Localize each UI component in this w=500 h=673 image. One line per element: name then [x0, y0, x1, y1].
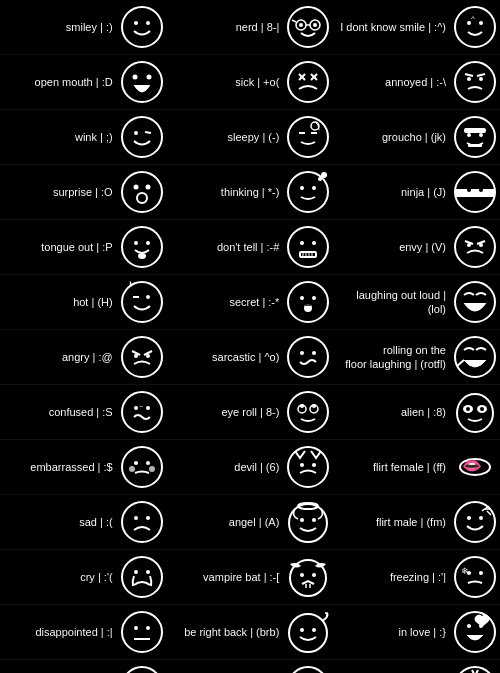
- emoji-label: I dont know smile | :^): [337, 20, 450, 34]
- emoji-label: wink | ;): [4, 130, 117, 144]
- svg-point-96: [312, 404, 316, 408]
- emoji-face: [454, 61, 496, 103]
- emoji-face: [454, 391, 496, 433]
- svg-line-29: [145, 132, 151, 133]
- svg-point-56: [288, 227, 328, 267]
- svg-point-45: [312, 186, 316, 190]
- svg-point-90: [146, 406, 150, 410]
- emoji-cell: thinking | *-): [167, 165, 334, 220]
- svg-point-83: [288, 337, 328, 377]
- svg-point-78: [122, 337, 162, 377]
- svg-point-50: [467, 188, 471, 192]
- emoji-label: vampire bat | :-[: [171, 570, 284, 584]
- emoji-cell: wink | ;): [0, 110, 167, 165]
- emoji-cell: be right back | (brb): [167, 605, 334, 660]
- emoji-face: [287, 501, 329, 543]
- emoji-label: surprise | :O: [4, 185, 117, 199]
- emoji-cell: in love | :}: [333, 605, 500, 660]
- svg-point-138: [134, 626, 138, 630]
- emoji-face: [287, 666, 329, 673]
- svg-point-121: [479, 516, 483, 520]
- emoji-cell: who me? | (wm): [333, 660, 500, 673]
- svg-point-41: [145, 185, 150, 190]
- emoji-label: rolling on the floor laughing | (rotfl): [337, 343, 450, 372]
- svg-line-87: [457, 360, 464, 366]
- emoji-cell: flirt female | (ff) 👄: [333, 440, 500, 495]
- emoji-cell: cry | :'(: [0, 550, 167, 605]
- emoji-cell: embarrassed | :$: [0, 440, 167, 495]
- emoji-label: sick | +o(: [171, 75, 284, 89]
- emoji-cell: ninja | (J): [333, 165, 500, 220]
- emoji-face: [121, 336, 163, 378]
- emoji-face: [454, 116, 496, 158]
- svg-point-116: [300, 518, 304, 522]
- emoji-label: cry | :'(: [4, 570, 117, 584]
- emoji-cell: open mouth | :D: [0, 55, 167, 110]
- svg-line-9: [292, 20, 296, 22]
- emoji-cell: tongue out | :P: [0, 220, 167, 275]
- svg-point-1: [134, 21, 138, 25]
- emoji-face: [287, 61, 329, 103]
- svg-point-103: [134, 461, 138, 465]
- emoji-cell: alien | :8): [333, 385, 500, 440]
- emoji-cell: shifty | ;-\: [167, 660, 334, 673]
- emoji-cell: angel | (A): [167, 495, 334, 550]
- svg-point-72: [288, 282, 328, 322]
- emoji-label: angel | (A): [171, 515, 284, 529]
- emoji-cell: vampire bat | :-[: [167, 550, 334, 605]
- emoji-face: 👄: [454, 446, 496, 488]
- svg-point-43: [288, 172, 328, 212]
- svg-point-106: [149, 466, 155, 472]
- emoji-cell: sarcastic | ^o): [167, 330, 334, 385]
- emoji-label: alien | :8): [337, 405, 450, 419]
- svg-point-40: [133, 185, 138, 190]
- svg-point-101: [480, 407, 484, 411]
- emoji-face: [454, 336, 496, 378]
- svg-point-7: [299, 23, 303, 27]
- emoji-cell: secret | :-*: [167, 275, 334, 330]
- svg-point-10: [455, 7, 495, 47]
- svg-point-147: [122, 667, 162, 673]
- svg-point-130: [312, 573, 316, 577]
- svg-point-74: [312, 296, 316, 300]
- emoji-label: devil | (6): [171, 460, 284, 474]
- svg-point-89: [134, 406, 138, 410]
- emoji-face: [121, 171, 163, 213]
- emoji-face: [454, 666, 496, 673]
- svg-line-25: [465, 74, 473, 76]
- emoji-label: ninja | (J): [337, 185, 450, 199]
- emoji-label: disappointed | :|: [4, 625, 117, 639]
- emoji-label: secret | :-*: [171, 295, 284, 309]
- svg-rect-38: [468, 144, 482, 147]
- emoji-label: nerd | 8-|: [171, 20, 284, 34]
- svg-point-125: [122, 557, 162, 597]
- emoji-cell: confused | :S ~: [0, 385, 167, 440]
- svg-point-42: [137, 193, 147, 203]
- svg-point-107: [288, 447, 328, 487]
- emoji-cell: flirt male | (fm): [333, 495, 500, 550]
- emoji-label: sarcastic | ^o): [171, 350, 284, 364]
- svg-point-129: [300, 573, 304, 577]
- emoji-cell: laughing out loud | (lol): [333, 275, 500, 330]
- emoji-label: sleepy | (-): [171, 130, 284, 144]
- emoji-face: [454, 611, 496, 653]
- emoji-label: confused | :S: [4, 405, 117, 419]
- svg-point-100: [466, 407, 470, 411]
- svg-point-102: [122, 447, 162, 487]
- svg-point-85: [312, 351, 316, 355]
- emoji-cell: devil | (6): [167, 440, 334, 495]
- emoji-label: laughing out loud | (lol): [337, 288, 450, 317]
- svg-point-126: [134, 570, 138, 574]
- svg-text:👄: 👄: [462, 456, 482, 475]
- emoji-label: flirt male | (fm): [337, 515, 450, 529]
- emoji-face: [121, 666, 163, 673]
- emoji-label: embarrassed | :$: [4, 460, 117, 474]
- svg-point-54: [146, 241, 150, 245]
- svg-point-53: [134, 241, 138, 245]
- svg-point-104: [146, 461, 150, 465]
- emoji-face: [121, 611, 163, 653]
- svg-point-109: [312, 463, 316, 467]
- emoji-cell: I dont know smile | :^) ^: [333, 0, 500, 55]
- svg-point-24: [479, 77, 483, 81]
- svg-point-81: [134, 354, 138, 358]
